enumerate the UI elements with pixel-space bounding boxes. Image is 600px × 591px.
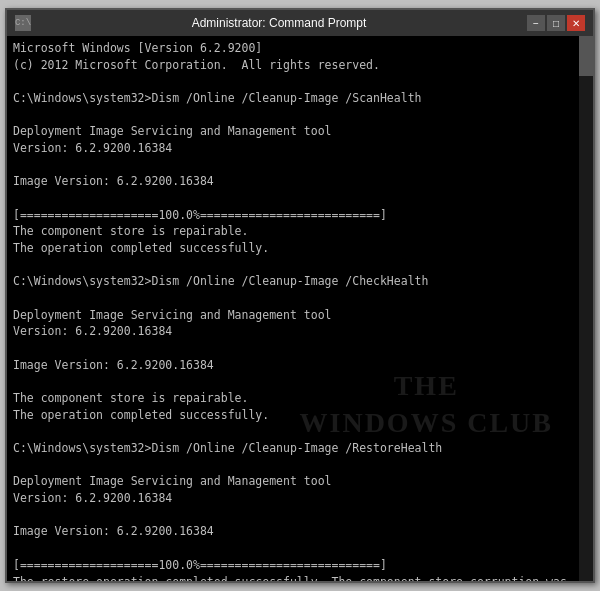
minimize-button[interactable]: − xyxy=(527,15,545,31)
command-prompt-window: C:\ Administrator: Command Prompt − □ ✕ … xyxy=(5,8,595,583)
close-button[interactable]: ✕ xyxy=(567,15,585,31)
window-title: Administrator: Command Prompt xyxy=(31,16,527,30)
maximize-button[interactable]: □ xyxy=(547,15,565,31)
scrollbar-thumb[interactable] xyxy=(579,36,593,76)
terminal-body[interactable]: Microsoft Windows [Version 6.2.9200] (c)… xyxy=(7,36,593,581)
window-controls: − □ ✕ xyxy=(527,15,585,31)
window-icon: C:\ xyxy=(15,15,31,31)
terminal-output: Microsoft Windows [Version 6.2.9200] (c)… xyxy=(13,40,587,581)
scrollbar[interactable] xyxy=(579,36,593,581)
title-bar: C:\ Administrator: Command Prompt − □ ✕ xyxy=(7,10,593,36)
